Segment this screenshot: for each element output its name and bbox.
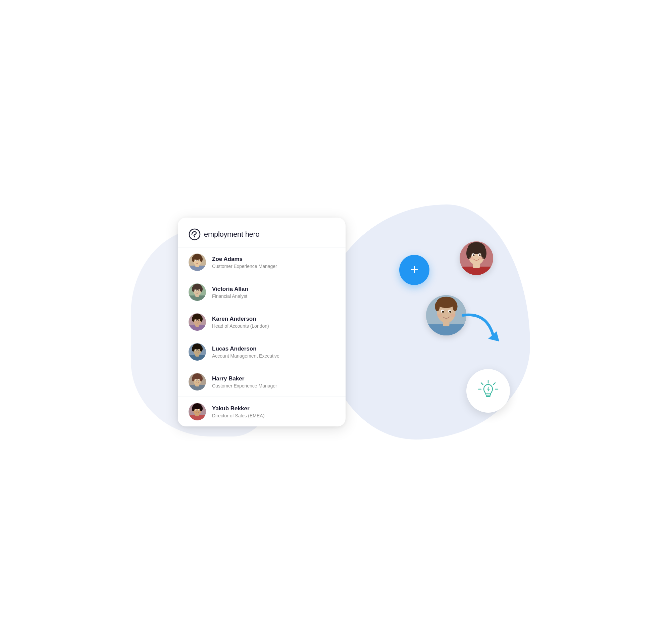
svg-point-33 [195, 320, 196, 321]
svg-point-51 [192, 376, 194, 381]
employee-name-lucas-anderson: Lucas Anderson [212, 346, 335, 352]
avatar-harry-baker [189, 373, 206, 391]
logo-area: employment hero [189, 228, 335, 240]
svg-rect-101 [486, 395, 490, 397]
svg-point-18 [192, 286, 194, 292]
card-header: employment hero [178, 218, 345, 247]
employee-item-karen-anderson[interactable]: Karen AndersonHead of Accounts (London) [178, 307, 345, 337]
svg-line-96 [481, 383, 483, 385]
svg-point-92 [436, 313, 442, 317]
employee-role-victoria-allan: Financial Analyst [212, 294, 335, 299]
employee-item-harry-baker[interactable]: Harry BakerCustomer Experience Manager [178, 367, 345, 397]
svg-point-22 [195, 290, 196, 291]
arrow-container [456, 309, 503, 352]
svg-point-91 [449, 311, 451, 313]
svg-point-80 [479, 257, 484, 260]
brand-name: employment hero [204, 230, 259, 239]
svg-point-78 [479, 255, 481, 256]
svg-point-12 [198, 260, 199, 261]
float-elements-container: + [379, 221, 520, 423]
add-button[interactable]: + [399, 255, 429, 285]
svg-point-30 [200, 316, 203, 322]
svg-point-1 [194, 236, 195, 237]
employee-info-zoe-adams: Zoe AdamsCustomer Experience Manager [212, 256, 335, 269]
svg-point-8 [200, 257, 203, 262]
svg-point-62 [192, 406, 194, 411]
svg-point-93 [450, 313, 456, 317]
svg-point-7 [192, 257, 194, 262]
svg-point-41 [200, 346, 203, 351]
svg-line-97 [494, 383, 495, 385]
svg-point-67 [198, 410, 199, 410]
logo-icon [189, 228, 201, 240]
employee-role-harry-baker: Customer Experience Manager [212, 383, 335, 388]
employee-role-karen-anderson: Head of Accounts (London) [212, 323, 335, 329]
svg-point-90 [442, 311, 444, 313]
svg-point-79 [469, 257, 474, 260]
employee-item-victoria-allan[interactable]: Victoria AllanFinancial Analyst [178, 277, 345, 307]
employee-role-yakub-bekker: Director of Sales (EMEA) [212, 413, 335, 418]
plus-icon: + [410, 263, 419, 277]
avatar-karen-anderson [189, 313, 206, 331]
svg-point-40 [192, 346, 194, 351]
avatar-woman-face [460, 242, 493, 275]
employee-name-yakub-bekker: Yakub Bekker [212, 405, 335, 412]
employee-info-harry-baker: Harry BakerCustomer Experience Manager [212, 375, 335, 388]
svg-point-77 [473, 255, 475, 256]
employee-item-lucas-anderson[interactable]: Lucas AndersonAccount Management Executi… [178, 337, 345, 367]
lightbulb-icon [477, 379, 500, 402]
employee-name-zoe-adams: Zoe Adams [212, 256, 335, 263]
employee-role-zoe-adams: Customer Experience Manager [212, 263, 335, 269]
svg-point-23 [198, 290, 199, 291]
avatar-lucas-anderson [189, 343, 206, 361]
employee-info-yakub-bekker: Yakub BekkerDirector of Sales (EMEA) [212, 405, 335, 418]
avatar-yakub-bekker [189, 403, 206, 420]
scene: employment hero Zoe AdamsCustomer Experi… [151, 53, 520, 591]
employee-info-lucas-anderson: Lucas AndersonAccount Management Executi… [212, 346, 335, 359]
avatar-victoria-allan [189, 283, 206, 301]
svg-point-44 [195, 350, 196, 350]
employee-name-victoria-allan: Victoria Allan [212, 286, 335, 293]
employee-item-zoe-adams[interactable]: Zoe AdamsCustomer Experience Manager [178, 247, 345, 277]
svg-point-19 [200, 286, 203, 292]
svg-point-11 [195, 260, 196, 261]
svg-point-86 [435, 301, 440, 311]
float-avatar-woman [460, 242, 493, 275]
svg-point-52 [200, 376, 203, 381]
avatar-zoe-adams [189, 253, 206, 271]
employee-info-victoria-allan: Victoria AllanFinancial Analyst [212, 286, 335, 299]
svg-point-29 [192, 316, 194, 322]
lightbulb-circle [466, 369, 510, 413]
employee-name-karen-anderson: Karen Anderson [212, 315, 335, 322]
employee-item-yakub-bekker[interactable]: Yakub BekkerDirector of Sales (EMEA) [178, 397, 345, 426]
curved-arrow-icon [456, 309, 503, 352]
svg-point-45 [198, 350, 199, 350]
employee-role-lucas-anderson: Account Management Executive [212, 353, 335, 359]
employee-name-harry-baker: Harry Baker [212, 375, 335, 382]
svg-point-63 [200, 406, 203, 411]
employee-info-karen-anderson: Karen AndersonHead of Accounts (London) [212, 315, 335, 329]
svg-point-34 [198, 320, 199, 321]
employee-list: Zoe AdamsCustomer Experience Manager Vic… [178, 247, 345, 426]
svg-point-66 [195, 410, 196, 410]
employee-list-card: employment hero Zoe AdamsCustomer Experi… [178, 218, 345, 426]
svg-point-55 [195, 380, 196, 381]
svg-point-56 [198, 380, 199, 381]
